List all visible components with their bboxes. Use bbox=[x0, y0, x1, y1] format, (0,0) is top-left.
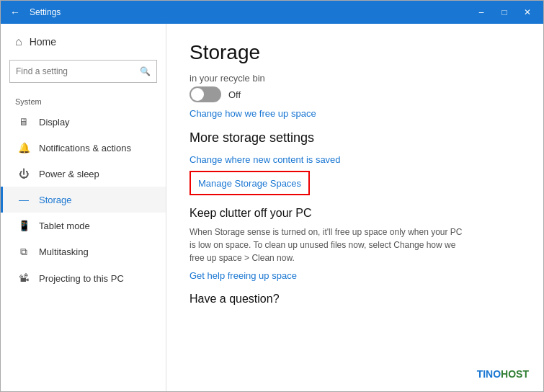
sidebar-item-display[interactable]: 🖥 Display bbox=[1, 109, 166, 135]
window-title: Settings bbox=[30, 7, 471, 17]
search-input[interactable] bbox=[16, 66, 140, 76]
more-settings-heading: More storage settings bbox=[189, 130, 520, 146]
sidebar-item-notifications[interactable]: 🔔 Notifications & actions bbox=[1, 135, 166, 161]
titlebar: ← Settings – □ ✕ bbox=[1, 1, 543, 24]
back-button[interactable]: ← bbox=[6, 4, 24, 21]
home-label: Home bbox=[30, 36, 56, 48]
branding-host: HOST bbox=[501, 368, 529, 380]
search-box[interactable]: 🔍 bbox=[9, 60, 157, 83]
scroll-hint-text: in your recycle bin bbox=[189, 73, 520, 84]
multitasking-icon: ⧉ bbox=[17, 246, 30, 258]
display-icon: 🖥 bbox=[17, 116, 30, 128]
sidebar-item-projecting[interactable]: 📽 Projecting to this PC bbox=[1, 265, 166, 291]
storage-icon: — bbox=[17, 194, 30, 205]
toggle-label: Off bbox=[228, 89, 241, 100]
sidebar-item-storage[interactable]: — Storage bbox=[1, 187, 166, 213]
sidebar-item-label-display: Display bbox=[39, 117, 70, 128]
power-icon: ⏻ bbox=[17, 168, 30, 179]
toggle-row: Off bbox=[189, 86, 520, 102]
sidebar-item-power[interactable]: ⏻ Power & sleep bbox=[1, 161, 166, 187]
sidebar-item-label-notifications: Notifications & actions bbox=[39, 143, 131, 153]
sidebar-home[interactable]: ⌂ Home bbox=[1, 24, 166, 60]
keep-clutter-body: When Storage sense is turned on, it'll f… bbox=[189, 226, 463, 264]
notifications-icon: 🔔 bbox=[17, 142, 30, 153]
sidebar-item-label-tablet: Tablet mode bbox=[39, 220, 90, 231]
settings-window: ← Settings – □ ✕ ⌂ Home 🔍 System 🖥 Displ… bbox=[0, 0, 544, 392]
storage-sense-toggle[interactable] bbox=[189, 86, 221, 102]
main-content: Storage in your recycle bin Off Change h… bbox=[166, 24, 543, 391]
sidebar-section-label: System bbox=[1, 92, 166, 109]
sidebar: ⌂ Home 🔍 System 🖥 Display 🔔 Notification… bbox=[1, 24, 166, 391]
maximize-button[interactable]: □ bbox=[494, 5, 514, 19]
manage-storage-link[interactable]: Manage Storage Spaces bbox=[198, 178, 301, 189]
page-title: Storage bbox=[189, 41, 520, 64]
close-button[interactable]: ✕ bbox=[517, 5, 538, 19]
change-how-link[interactable]: Change how we free up space bbox=[189, 108, 520, 119]
sidebar-item-label-multitasking: Multitasking bbox=[39, 246, 89, 257]
sidebar-item-label-projecting: Projecting to this PC bbox=[39, 273, 124, 284]
search-icon: 🔍 bbox=[140, 66, 151, 76]
toggle-knob bbox=[191, 88, 204, 101]
home-icon: ⌂ bbox=[15, 35, 22, 48]
sidebar-item-tablet[interactable]: 📱 Tablet mode bbox=[1, 213, 166, 239]
tablet-icon: 📱 bbox=[17, 220, 30, 231]
minimize-button[interactable]: – bbox=[471, 5, 491, 19]
sidebar-item-multitasking[interactable]: ⧉ Multitasking bbox=[1, 239, 166, 265]
content-area: ⌂ Home 🔍 System 🖥 Display 🔔 Notification… bbox=[1, 24, 543, 391]
projecting-icon: 📽 bbox=[17, 272, 30, 284]
window-controls: – □ ✕ bbox=[471, 5, 538, 19]
change-where-link[interactable]: Change where new content is saved bbox=[189, 154, 520, 165]
get-help-link[interactable]: Get help freeing up space bbox=[189, 270, 520, 281]
branding-tino: TINO bbox=[477, 368, 501, 380]
branding: TINOHOST bbox=[477, 368, 529, 380]
sidebar-item-label-power: Power & sleep bbox=[39, 169, 99, 179]
sidebar-item-label-storage: Storage bbox=[39, 195, 72, 205]
manage-storage-box[interactable]: Manage Storage Spaces bbox=[189, 171, 310, 195]
have-question: Have a question? bbox=[189, 293, 520, 306]
keep-clutter-heading: Keep clutter off your PC bbox=[189, 207, 520, 220]
